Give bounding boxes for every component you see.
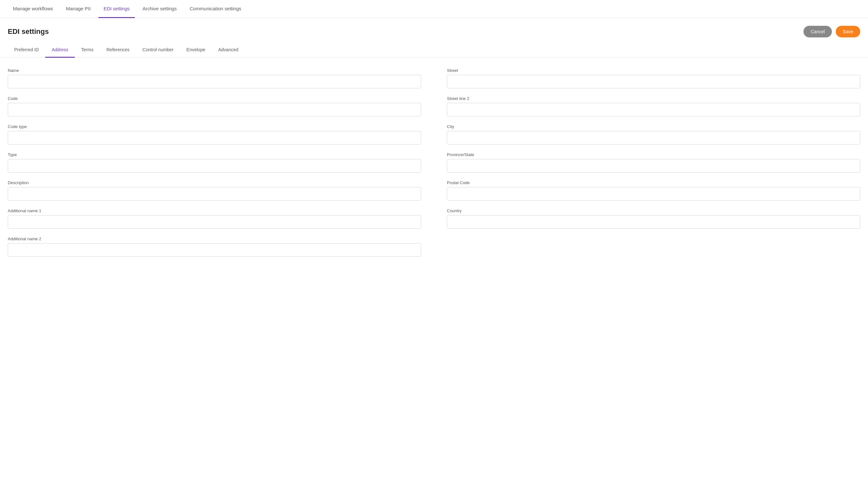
sub-tab-references[interactable]: References bbox=[100, 42, 136, 58]
input-code-type[interactable] bbox=[8, 131, 421, 144]
sub-tab-advanced[interactable]: Advanced bbox=[212, 42, 245, 58]
form-group-postal-code: Postal Code bbox=[447, 180, 860, 201]
input-description[interactable] bbox=[8, 187, 421, 201]
label-postal-code: Postal Code bbox=[447, 180, 860, 185]
input-additional-name-2[interactable] bbox=[8, 243, 421, 257]
form-group-country: Country bbox=[447, 208, 860, 229]
input-city[interactable] bbox=[447, 131, 860, 144]
form-group-street: Street bbox=[447, 68, 860, 88]
top-nav-item-edi-settings[interactable]: EDI settings bbox=[98, 0, 135, 18]
form-group-name: Name bbox=[8, 68, 421, 88]
label-name: Name bbox=[8, 68, 421, 73]
form-group-province-state: Province/State bbox=[447, 152, 860, 172]
label-description: Description bbox=[8, 180, 421, 185]
header-actions: Cancel Save bbox=[803, 26, 860, 37]
sub-tab-control-number[interactable]: Control number bbox=[136, 42, 180, 58]
input-additional-name-1[interactable] bbox=[8, 215, 421, 229]
form-group-city: City bbox=[447, 124, 860, 144]
label-street-line-2: Street line 2 bbox=[447, 96, 860, 101]
label-code: Code bbox=[8, 96, 421, 101]
top-nav-item-archive-settings[interactable]: Archive settings bbox=[137, 0, 182, 18]
input-code[interactable] bbox=[8, 103, 421, 117]
page-header: EDI settings Cancel Save bbox=[0, 18, 868, 37]
label-type: Type bbox=[8, 152, 421, 157]
top-nav-item-manage-pii[interactable]: Manage PII bbox=[61, 0, 96, 18]
form-group-additional-name-2: Additional name 2 bbox=[8, 236, 421, 257]
sub-tab-address[interactable]: Address bbox=[45, 42, 74, 58]
input-type[interactable] bbox=[8, 159, 421, 172]
cancel-button[interactable]: Cancel bbox=[803, 26, 832, 37]
sub-tabs: Preferred IDAddressTermsReferencesContro… bbox=[0, 42, 868, 58]
left-column: NameCodeCode typeTypeDescriptionAddition… bbox=[8, 68, 421, 264]
form-group-code: Code bbox=[8, 96, 421, 117]
top-nav-item-manage-workflows[interactable]: Manage workflows bbox=[8, 0, 58, 18]
label-street: Street bbox=[447, 68, 860, 73]
top-nav-item-communication-settings[interactable]: Communication settings bbox=[185, 0, 247, 18]
label-additional-name-2: Additional name 2 bbox=[8, 236, 421, 241]
right-column: StreetStreet line 2CityProvince/StatePos… bbox=[447, 68, 860, 264]
label-province-state: Province/State bbox=[447, 152, 860, 157]
input-country[interactable] bbox=[447, 215, 860, 229]
label-additional-name-1: Additional name 1 bbox=[8, 208, 421, 213]
input-postal-code[interactable] bbox=[447, 187, 860, 201]
form-grid: NameCodeCode typeTypeDescriptionAddition… bbox=[8, 68, 860, 264]
sub-tab-envelope[interactable]: Envelope bbox=[180, 42, 212, 58]
input-province-state[interactable] bbox=[447, 159, 860, 172]
label-country: Country bbox=[447, 208, 860, 213]
form-content: NameCodeCode typeTypeDescriptionAddition… bbox=[0, 58, 868, 275]
form-group-street-line-2: Street line 2 bbox=[447, 96, 860, 117]
sub-tab-terms[interactable]: Terms bbox=[75, 42, 100, 58]
label-city: City bbox=[447, 124, 860, 129]
label-code-type: Code type bbox=[8, 124, 421, 129]
form-group-type: Type bbox=[8, 152, 421, 172]
input-street[interactable] bbox=[447, 75, 860, 88]
sub-tab-preferred-id[interactable]: Preferred ID bbox=[8, 42, 45, 58]
page-title: EDI settings bbox=[8, 27, 49, 36]
form-group-additional-name-1: Additional name 1 bbox=[8, 208, 421, 229]
input-name[interactable] bbox=[8, 75, 421, 88]
save-button[interactable]: Save bbox=[836, 26, 860, 37]
top-navigation: Manage workflowsManage PIIEDI settingsAr… bbox=[0, 0, 868, 18]
form-group-code-type: Code type bbox=[8, 124, 421, 144]
form-group-description: Description bbox=[8, 180, 421, 201]
input-street-line-2[interactable] bbox=[447, 103, 860, 117]
